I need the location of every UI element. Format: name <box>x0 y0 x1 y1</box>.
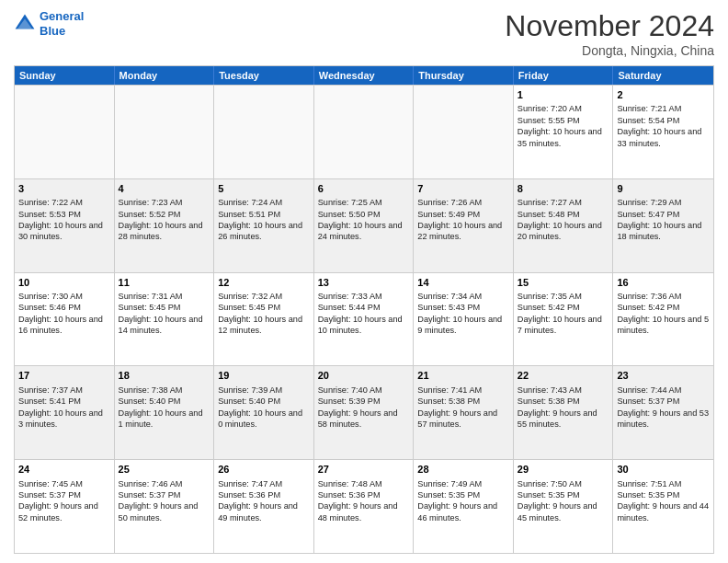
cell-details: Sunrise: 7:35 AMSunset: 5:42 PMDaylight:… <box>518 291 609 337</box>
logo: General Blue <box>14 9 84 38</box>
day-number: 22 <box>518 369 609 383</box>
day-number: 17 <box>18 369 110 383</box>
day-number: 24 <box>18 463 110 477</box>
cal-cell: 26Sunrise: 7:47 AMSunset: 5:36 PMDayligh… <box>214 460 314 553</box>
day-number: 14 <box>417 276 509 290</box>
cal-cell: 10Sunrise: 7:30 AMSunset: 5:46 PMDayligh… <box>15 273 115 366</box>
cal-cell: 21Sunrise: 7:41 AMSunset: 5:38 PMDayligh… <box>414 366 514 459</box>
cal-cell: 7Sunrise: 7:26 AMSunset: 5:49 PMDaylight… <box>414 179 514 272</box>
cell-details: Sunrise: 7:49 AMSunset: 5:35 PMDaylight:… <box>417 478 509 524</box>
cell-details: Sunrise: 7:23 AMSunset: 5:52 PMDaylight:… <box>119 197 210 243</box>
cal-cell: 22Sunrise: 7:43 AMSunset: 5:38 PMDayligh… <box>514 366 614 459</box>
logo-text: General Blue <box>40 9 84 38</box>
header-day-saturday: Saturday <box>613 66 713 85</box>
day-number: 2 <box>617 88 710 102</box>
cell-details: Sunrise: 7:26 AMSunset: 5:49 PMDaylight:… <box>417 197 509 243</box>
cal-cell: 8Sunrise: 7:27 AMSunset: 5:48 PMDaylight… <box>514 179 614 272</box>
day-number: 21 <box>417 369 509 383</box>
cal-cell: 1Sunrise: 7:20 AMSunset: 5:55 PMDaylight… <box>514 86 614 178</box>
day-number: 5 <box>218 182 310 196</box>
cal-cell <box>414 86 514 178</box>
cal-cell: 27Sunrise: 7:48 AMSunset: 5:36 PMDayligh… <box>314 460 415 553</box>
day-number: 26 <box>218 463 310 477</box>
cal-cell <box>115 86 215 178</box>
cell-details: Sunrise: 7:43 AMSunset: 5:38 PMDaylight:… <box>518 385 609 431</box>
cell-details: Sunrise: 7:39 AMSunset: 5:40 PMDaylight:… <box>218 385 310 431</box>
logo-icon <box>14 13 36 35</box>
cell-details: Sunrise: 7:29 AMSunset: 5:47 PMDaylight:… <box>617 197 710 243</box>
day-number: 10 <box>18 276 110 290</box>
day-number: 11 <box>119 276 210 290</box>
cell-details: Sunrise: 7:31 AMSunset: 5:45 PMDaylight:… <box>119 291 210 337</box>
cal-cell: 19Sunrise: 7:39 AMSunset: 5:40 PMDayligh… <box>214 366 314 459</box>
day-number: 20 <box>318 369 410 383</box>
day-number: 29 <box>518 463 609 477</box>
cell-details: Sunrise: 7:21 AMSunset: 5:54 PMDaylight:… <box>617 103 710 149</box>
day-number: 9 <box>617 182 710 196</box>
cal-cell <box>214 86 314 178</box>
cell-details: Sunrise: 7:36 AMSunset: 5:42 PMDaylight:… <box>617 291 710 337</box>
day-number: 3 <box>18 182 110 196</box>
cal-cell: 23Sunrise: 7:44 AMSunset: 5:37 PMDayligh… <box>613 366 713 459</box>
cell-details: Sunrise: 7:48 AMSunset: 5:36 PMDaylight:… <box>318 478 410 524</box>
page: General Blue November 2024 Dongta, Ningx… <box>0 0 728 563</box>
header-day-monday: Monday <box>115 66 215 85</box>
cell-details: Sunrise: 7:50 AMSunset: 5:35 PMDaylight:… <box>518 478 609 524</box>
week-row-4: 17Sunrise: 7:37 AMSunset: 5:41 PMDayligh… <box>15 365 713 459</box>
cell-details: Sunrise: 7:33 AMSunset: 5:44 PMDaylight:… <box>318 291 410 337</box>
day-number: 30 <box>617 463 710 477</box>
cal-cell: 16Sunrise: 7:36 AMSunset: 5:42 PMDayligh… <box>613 273 713 366</box>
cell-details: Sunrise: 7:20 AMSunset: 5:55 PMDaylight:… <box>518 103 609 149</box>
header-day-sunday: Sunday <box>15 66 115 85</box>
header: General Blue November 2024 Dongta, Ningx… <box>14 9 714 58</box>
cal-cell: 24Sunrise: 7:45 AMSunset: 5:37 PMDayligh… <box>15 460 115 553</box>
cal-cell: 17Sunrise: 7:37 AMSunset: 5:41 PMDayligh… <box>15 366 115 459</box>
cell-details: Sunrise: 7:25 AMSunset: 5:50 PMDaylight:… <box>318 197 410 243</box>
day-number: 15 <box>518 276 609 290</box>
week-row-5: 24Sunrise: 7:45 AMSunset: 5:37 PMDayligh… <box>15 459 713 553</box>
cal-cell: 15Sunrise: 7:35 AMSunset: 5:42 PMDayligh… <box>514 273 614 366</box>
cal-cell: 13Sunrise: 7:33 AMSunset: 5:44 PMDayligh… <box>314 273 415 366</box>
day-number: 12 <box>218 276 310 290</box>
cell-details: Sunrise: 7:22 AMSunset: 5:53 PMDaylight:… <box>18 197 110 243</box>
cell-details: Sunrise: 7:32 AMSunset: 5:45 PMDaylight:… <box>218 291 310 337</box>
day-number: 19 <box>218 369 310 383</box>
logo-general: General <box>40 9 84 23</box>
day-number: 16 <box>617 276 710 290</box>
header-day-thursday: Thursday <box>414 66 514 85</box>
cal-cell: 25Sunrise: 7:46 AMSunset: 5:37 PMDayligh… <box>115 460 215 553</box>
cal-cell: 18Sunrise: 7:38 AMSunset: 5:40 PMDayligh… <box>115 366 215 459</box>
cell-details: Sunrise: 7:37 AMSunset: 5:41 PMDaylight:… <box>18 385 110 431</box>
cell-details: Sunrise: 7:40 AMSunset: 5:39 PMDaylight:… <box>318 385 410 431</box>
cal-cell: 6Sunrise: 7:25 AMSunset: 5:50 PMDaylight… <box>314 179 415 272</box>
day-number: 25 <box>119 463 210 477</box>
cal-cell: 28Sunrise: 7:49 AMSunset: 5:35 PMDayligh… <box>414 460 514 553</box>
cell-details: Sunrise: 7:34 AMSunset: 5:43 PMDaylight:… <box>417 291 509 337</box>
cell-details: Sunrise: 7:30 AMSunset: 5:46 PMDaylight:… <box>18 291 110 337</box>
cell-details: Sunrise: 7:38 AMSunset: 5:40 PMDaylight:… <box>119 385 210 431</box>
day-number: 8 <box>518 182 609 196</box>
calendar-header: SundayMondayTuesdayWednesdayThursdayFrid… <box>15 66 713 85</box>
cal-cell: 29Sunrise: 7:50 AMSunset: 5:35 PMDayligh… <box>514 460 614 553</box>
cal-cell: 4Sunrise: 7:23 AMSunset: 5:52 PMDaylight… <box>115 179 215 272</box>
cal-cell <box>15 86 115 178</box>
week-row-2: 3Sunrise: 7:22 AMSunset: 5:53 PMDaylight… <box>15 178 713 272</box>
cal-cell: 30Sunrise: 7:51 AMSunset: 5:35 PMDayligh… <box>613 460 713 553</box>
cal-cell: 9Sunrise: 7:29 AMSunset: 5:47 PMDaylight… <box>613 179 713 272</box>
day-number: 7 <box>417 182 509 196</box>
cal-cell: 2Sunrise: 7:21 AMSunset: 5:54 PMDaylight… <box>613 86 713 178</box>
cell-details: Sunrise: 7:46 AMSunset: 5:37 PMDaylight:… <box>119 478 210 524</box>
day-number: 13 <box>318 276 410 290</box>
logo-blue: Blue <box>40 24 65 38</box>
week-row-3: 10Sunrise: 7:30 AMSunset: 5:46 PMDayligh… <box>15 272 713 366</box>
day-number: 6 <box>318 182 410 196</box>
cal-cell <box>314 86 415 178</box>
day-number: 27 <box>318 463 410 477</box>
month-title: November 2024 <box>505 9 714 43</box>
cal-cell: 11Sunrise: 7:31 AMSunset: 5:45 PMDayligh… <box>115 273 215 366</box>
cell-details: Sunrise: 7:45 AMSunset: 5:37 PMDaylight:… <box>18 478 110 524</box>
calendar-body: 1Sunrise: 7:20 AMSunset: 5:55 PMDaylight… <box>15 85 713 553</box>
day-number: 1 <box>518 88 609 102</box>
cell-details: Sunrise: 7:24 AMSunset: 5:51 PMDaylight:… <box>218 197 310 243</box>
week-row-1: 1Sunrise: 7:20 AMSunset: 5:55 PMDaylight… <box>15 85 713 178</box>
